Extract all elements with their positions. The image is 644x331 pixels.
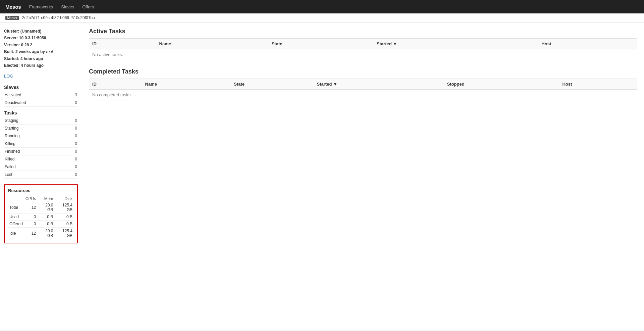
list-item: Failed0 <box>4 163 78 171</box>
log-link[interactable]: LOG <box>4 74 13 79</box>
built-user: root <box>46 49 53 54</box>
master-id: 2c2b7d71-c09c-4f82-b066-f510c20f01ba <box>22 15 95 20</box>
table-column-header[interactable]: State <box>268 39 373 49</box>
table-column-header[interactable]: Name <box>156 39 268 49</box>
version-value: 0.28.2 <box>21 43 32 47</box>
list-item: Total1220.0 GB125.4 GB <box>8 202 74 214</box>
built-value: 2 weeks ago by <box>15 49 46 54</box>
list-item: Idle1220.0 GB125.4 GB <box>8 228 74 239</box>
page-layout: Cluster: (Unnamed) Server: 10.0.3.11:505… <box>0 22 644 330</box>
table-column-header[interactable]: Host <box>538 39 637 49</box>
navbar: Mesos Frameworks Slaves Offers <box>0 0 644 13</box>
cluster-label: Cluster: <box>4 29 19 34</box>
table-row: No active tasks. <box>89 49 637 60</box>
list-item: Running0 <box>4 132 78 140</box>
list-item: Killed0 <box>4 155 78 163</box>
slaves-table: Activated3Deactivated0 <box>4 91 78 107</box>
main-content: Active Tasks IDNameStateStarted ▼Host No… <box>82 22 644 330</box>
tasks-title: Tasks <box>4 110 78 115</box>
resources-table: CPUsMemDisk Total1220.0 GB125.4 GBUsed00… <box>8 196 74 239</box>
started-value: 4 hours ago <box>20 56 43 61</box>
cluster-value: (Unnamed) <box>20 29 42 34</box>
cluster-info: Cluster: (Unnamed) Server: 10.0.3.11:505… <box>4 28 78 69</box>
server-value: 10.0.3.11:5050 <box>19 36 46 40</box>
table-column-header[interactable]: Stopped <box>444 79 559 90</box>
tasks-table: Staging0Starting0Running0Killing0Finishe… <box>4 117 78 179</box>
completed-tasks-table: IDNameStateStarted ▼StoppedHost No compl… <box>89 79 637 100</box>
active-tasks-header: Active Tasks <box>89 28 637 35</box>
table-column-header[interactable]: Name <box>142 79 231 90</box>
completed-tasks-header: Completed Tasks <box>89 68 637 75</box>
list-item: Used00 B0 B <box>8 214 74 221</box>
active-tasks-table: IDNameStateStarted ▼Host No active tasks… <box>89 38 637 60</box>
elected-value: 4 hours ago <box>21 63 44 68</box>
server-label: Server: <box>4 36 18 40</box>
slaves-title: Slaves <box>4 85 78 90</box>
table-column-header[interactable]: Host <box>559 79 637 90</box>
sidebar: Cluster: (Unnamed) Server: 10.0.3.11:505… <box>0 22 82 330</box>
navbar-brand: Mesos <box>5 4 21 10</box>
list-item: Activated3 <box>4 91 78 99</box>
list-item: Offered00 B0 B <box>8 221 74 228</box>
list-item: Starting0 <box>4 125 78 132</box>
table-column-header[interactable]: State <box>230 79 313 90</box>
table-row: No completed tasks. <box>89 90 637 100</box>
resources-title: Resources <box>8 188 74 193</box>
list-item: Deactivated0 <box>4 99 78 107</box>
list-item: Lost0 <box>4 171 78 179</box>
elected-label: Elected: <box>4 63 20 68</box>
table-column-header[interactable]: ID <box>89 39 156 49</box>
master-bar: Master 2c2b7d71-c09c-4f82-b066-f510c20f0… <box>0 13 644 22</box>
nav-link-offers[interactable]: Offers <box>82 4 94 9</box>
table-column-header[interactable]: ID <box>89 79 142 90</box>
table-column-header[interactable]: Started ▼ <box>373 39 538 49</box>
started-label: Started: <box>4 56 19 61</box>
nav-link-frameworks[interactable]: Frameworks <box>29 4 53 9</box>
list-item: Finished0 <box>4 148 78 155</box>
resources-box: Resources CPUsMemDisk Total1220.0 GB125.… <box>4 184 78 243</box>
table-column-header[interactable]: Started ▼ <box>314 79 444 90</box>
list-item: Killing0 <box>4 140 78 148</box>
master-badge: Master <box>5 16 19 20</box>
list-item: Staging0 <box>4 117 78 125</box>
built-label: Built: <box>4 49 14 54</box>
nav-link-slaves[interactable]: Slaves <box>61 4 74 9</box>
version-label: Version: <box>4 43 20 47</box>
